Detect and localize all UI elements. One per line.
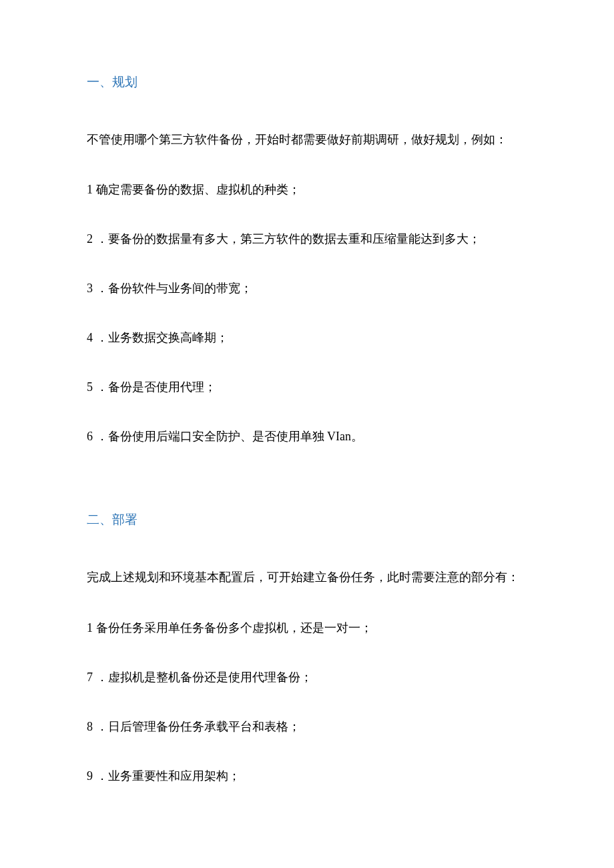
section-1-item-5: 5 ．备份是否使用代理； bbox=[87, 375, 527, 399]
section-2-intro: 完成上述规划和环境基本配置后，可开始建立备份任务，此时需要注意的部分有： bbox=[87, 560, 527, 594]
section-2-item-1: 1 备份任务采用单任务备份多个虚拟机，还是一对一； bbox=[87, 616, 527, 640]
section-1-item-2: 2 ．要备份的数据量有多大，第三方软件的数据去重和压缩量能达到多大； bbox=[87, 227, 527, 251]
section-1-item-1: 1 确定需要备份的数据、虚拟机的种类； bbox=[87, 177, 527, 201]
section-1-intro: 不管使用哪个第三方软件备份，开始时都需要做好前期调研，做好规划，例如： bbox=[87, 123, 527, 156]
section-1-heading: 一、规划 bbox=[87, 73, 527, 91]
section-2-heading: 二、部署 bbox=[87, 511, 527, 528]
section-1-item-3: 3 ．备份软件与业务间的带宽； bbox=[87, 276, 527, 300]
section-2-item-2: 7 ．虚拟机是整机备份还是使用代理备份； bbox=[87, 665, 527, 689]
section-2-item-4: 9 ．业务重要性和应用架构； bbox=[87, 764, 527, 788]
section-2-item-3: 8 ．日后管理备份任务承载平台和表格； bbox=[87, 715, 527, 739]
section-1-item-6: 6 ．备份使用后端口安全防护、是否使用单独 VIan。 bbox=[87, 424, 527, 448]
section-1-item-4: 4 ．业务数据交换高峰期； bbox=[87, 326, 527, 350]
section-divider bbox=[87, 474, 527, 511]
